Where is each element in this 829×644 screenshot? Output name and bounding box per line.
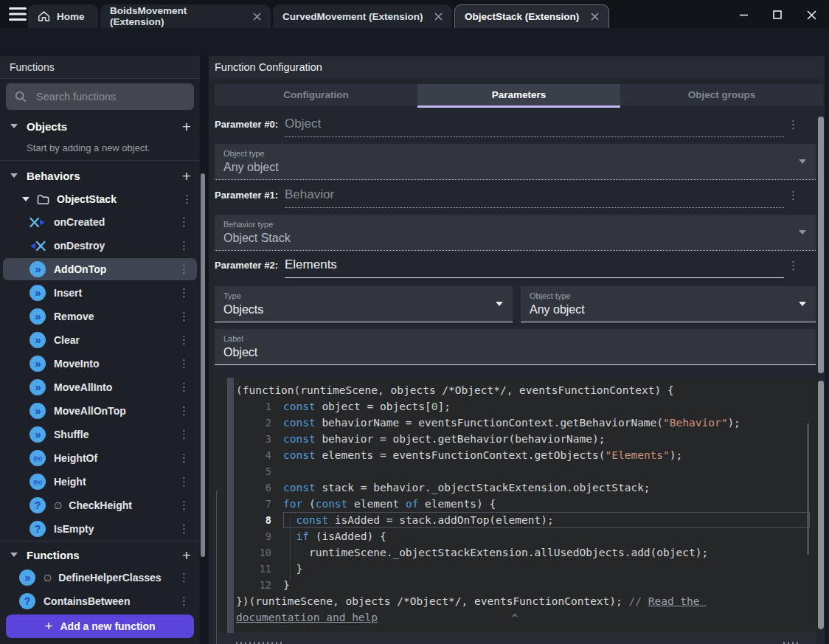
code-line: 8 const isAdded = stack.addOnTop(element… <box>236 512 810 528</box>
plus-icon: + <box>44 618 52 634</box>
add-function-button[interactable]: + Add a new function <box>6 614 194 638</box>
item-menu-icon[interactable]: ⋮ <box>178 333 190 347</box>
action-icon: » <box>30 332 46 348</box>
parameter-0-row: Parameter #0: Object ⋮ <box>215 117 784 137</box>
javascript-code-editor[interactable]: (function(runtimeScene, objects /*Object… <box>218 378 816 633</box>
function-item-ContainsBetween[interactable]: ?ContainsBetween⋮ <box>3 590 197 612</box>
item-menu-icon[interactable]: ⋮ <box>178 522 190 536</box>
tab-object-groups[interactable]: Object groups <box>620 84 823 105</box>
function-item-Remove[interactable]: »Remove⋮ <box>3 305 197 328</box>
section-functions[interactable]: Functions + <box>0 544 200 566</box>
parameter-menu-icon[interactable]: ⋮ <box>788 189 799 202</box>
collapse-arrow-icon[interactable] <box>22 197 30 201</box>
function-item-onDestroy[interactable]: onDestroy⋮ <box>3 235 197 257</box>
item-menu-icon[interactable]: ⋮ <box>178 215 190 229</box>
section-objects[interactable]: Objects + <box>0 115 200 137</box>
parameter-2-object-type-select[interactable]: Object type Any object <box>521 286 816 322</box>
tab-objectstack[interactable]: ObjectStack (Extension) <box>454 4 609 28</box>
code-lines[interactable]: (function(runtimeScene, objects /*Object… <box>236 382 810 626</box>
free-function-list: »∅DefineHelperClasses⋮?ContainsBetween⋮ <box>0 567 200 614</box>
function-item-MoveAllInto[interactable]: »MoveAllInto⋮ <box>3 376 197 398</box>
function-item-HeightOf[interactable]: f(x)HeightOf⋮ <box>3 447 197 469</box>
item-menu-icon[interactable]: ⋮ <box>178 310 190 323</box>
editor-scrollbar[interactable] <box>807 423 809 555</box>
function-item-MoveInto[interactable]: »MoveInto⋮ <box>3 353 197 375</box>
function-item-Height[interactable]: f(x)Height⋮ <box>3 471 197 493</box>
item-menu-icon[interactable]: ⋮ <box>178 428 190 441</box>
behavior-folder-objectstack[interactable]: ObjectStack ⋮ <box>0 188 200 210</box>
line-number: 9 <box>236 528 283 544</box>
close-icon[interactable] <box>591 13 599 21</box>
parameter-0-name-input[interactable]: Object <box>285 117 784 137</box>
item-menu-icon[interactable]: ⋮ <box>178 451 190 465</box>
function-item-MoveAllOnTop[interactable]: »MoveAllOnTop⋮ <box>3 400 197 422</box>
function-item-onCreated[interactable]: onCreated⋮ <box>3 211 197 233</box>
folder-icon <box>37 194 49 205</box>
item-menu-icon[interactable]: ⋮ <box>178 475 190 488</box>
item-menu-icon[interactable]: ⋮ <box>178 404 190 418</box>
add-behavior-button[interactable]: + <box>182 168 191 184</box>
action-icon: » <box>30 285 46 301</box>
private-icon: ∅ <box>44 572 52 584</box>
panel-title: Function Configuration <box>215 61 322 73</box>
action-icon: » <box>30 426 46 443</box>
code-text: for (const element of elements) { <box>283 496 810 512</box>
event-drag-handle[interactable] <box>227 378 234 633</box>
function-item-Insert[interactable]: »Insert⋮ <box>3 282 197 304</box>
parameter-2-name-input[interactable]: Elements <box>285 257 784 278</box>
close-window-button[interactable] <box>803 7 819 23</box>
menu-icon[interactable] <box>9 7 27 21</box>
section-behaviors[interactable]: Behaviors + <box>0 165 200 187</box>
function-item-label: Insert <box>54 287 82 299</box>
add-object-button[interactable]: + <box>182 119 191 134</box>
tab-home[interactable]: Home <box>28 4 98 28</box>
item-menu-icon[interactable]: ⋮ <box>178 571 190 584</box>
add-function-label: Add a new function <box>60 620 156 632</box>
tab-curvedmovement[interactable]: CurvedMovement (Extension) <box>273 4 452 28</box>
toolbar: Preview Share <box>0 28 829 56</box>
parameter-2-type-select[interactable]: Type Objects <box>215 286 513 322</box>
parameters-scrollbar[interactable] <box>818 117 824 373</box>
collapse-arrow-icon[interactable] <box>10 173 18 178</box>
parameter-2-label-input[interactable]: Label Object <box>215 329 816 365</box>
tab-label: BoidsMovement (Extension) <box>110 5 243 27</box>
tab-configuration[interactable]: Configuration <box>215 84 417 105</box>
parameter-menu-icon[interactable]: ⋮ <box>788 118 799 131</box>
item-menu-icon[interactable]: ⋮ <box>178 595 190 608</box>
item-menu-icon[interactable]: ⋮ <box>181 193 192 206</box>
add-free-function-button[interactable]: + <box>182 547 191 563</box>
item-menu-icon[interactable]: ⋮ <box>178 239 190 252</box>
item-menu-icon[interactable]: ⋮ <box>178 499 190 512</box>
function-item-Shuffle[interactable]: »Shuffle⋮ <box>3 423 197 446</box>
collapse-arrow-icon[interactable] <box>10 553 18 557</box>
function-item-IsEmpty[interactable]: ?IsEmpty⋮ <box>3 518 197 540</box>
parameter-0-object-type-select[interactable]: Object type Any object <box>215 144 816 180</box>
item-menu-icon[interactable]: ⋮ <box>178 263 190 276</box>
close-icon[interactable] <box>253 13 261 21</box>
function-item-Clear[interactable]: »Clear⋮ <box>3 329 197 351</box>
indent-guide <box>290 518 291 580</box>
search-box[interactable] <box>6 83 194 110</box>
maximize-button[interactable] <box>769 7 785 23</box>
collapse-arrow-icon[interactable] <box>10 124 18 128</box>
sidebar-scrollbar[interactable] <box>201 173 205 557</box>
item-menu-icon[interactable]: ⋮ <box>178 286 190 300</box>
function-item-AddOnTop[interactable]: »AddOnTop⋮ <box>3 258 197 280</box>
functions-sidebar: Functions Objects + Start by adding a ne… <box>0 56 200 644</box>
parameter-1-name-input[interactable]: Behavior <box>285 187 784 208</box>
function-item-CheckHeight[interactable]: ?∅CheckHeight⋮ <box>3 494 197 516</box>
item-menu-icon[interactable]: ⋮ <box>178 357 190 370</box>
expression-icon: f(x) <box>30 450 46 466</box>
tab-boidsmovement[interactable]: BoidsMovement (Extension) <box>100 4 271 28</box>
function-item-DefineHelperClasses[interactable]: »∅DefineHelperClasses⋮ <box>3 567 197 589</box>
close-icon[interactable] <box>434 13 443 21</box>
parameter-menu-icon[interactable]: ⋮ <box>788 259 799 272</box>
tab-parameters[interactable]: Parameters <box>417 84 620 105</box>
field-value: Objects <box>223 303 504 316</box>
item-menu-icon[interactable]: ⋮ <box>178 381 190 394</box>
search-input[interactable] <box>35 90 186 103</box>
line-number: 11 <box>236 561 283 577</box>
minimize-button[interactable] <box>735 7 752 23</box>
parameter-1-behavior-type-select[interactable]: Behavior type Object Stack <box>215 215 816 251</box>
events-scrollbar[interactable] <box>818 381 824 629</box>
